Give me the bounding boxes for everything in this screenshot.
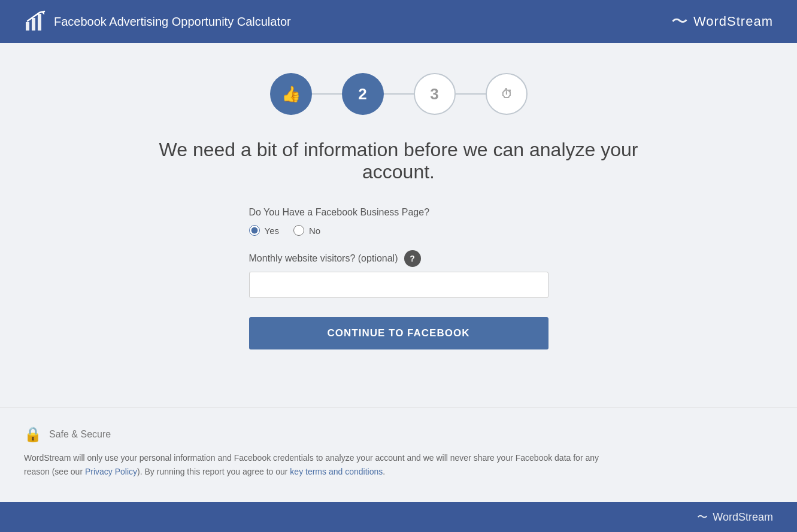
facebook-radio-group: Yes No <box>249 225 548 236</box>
footer-text-3: . <box>383 467 385 476</box>
privacy-policy-link[interactable]: Privacy Policy <box>85 467 137 476</box>
main-heading: We need a bit of information before we c… <box>159 139 638 183</box>
wordstream-logo: 〜 WordStream <box>671 10 773 33</box>
svg-rect-2 <box>38 14 41 31</box>
safe-secure-row: 🔒 Safe & Secure <box>24 426 773 443</box>
yes-radio-label[interactable]: Yes <box>249 225 279 236</box>
wordstream-label: WordStream <box>693 14 773 29</box>
svg-rect-1 <box>32 18 35 31</box>
bottom-wordstream-logo: 〜 WordStream <box>697 510 773 524</box>
header: Facebook Advertising Opportunity Calcula… <box>0 0 797 43</box>
facebook-question-label: Do You Have a Facebook Business Page? <box>249 207 548 218</box>
thumbs-up-icon: 👍 <box>281 85 301 104</box>
bottom-bar: 〜 WordStream <box>0 502 797 532</box>
continue-to-facebook-button[interactable]: CONTINUE TO FACEBOOK <box>249 317 548 349</box>
main-content: 👍 2 3 ⏱ We need a bit of information bef… <box>0 43 797 408</box>
step-3-label: 3 <box>430 85 438 104</box>
step-line-2-3 <box>384 93 414 95</box>
lock-icon: 🔒 <box>24 426 42 443</box>
facebook-question-group: Do You Have a Facebook Business Page? Ye… <box>249 207 548 236</box>
bottom-wave-icon: 〜 <box>697 510 708 524</box>
step-1-circle: 👍 <box>270 73 312 115</box>
terms-link[interactable]: key terms and conditions <box>290 467 383 476</box>
header-right: 〜 WordStream <box>671 10 773 33</box>
footer: 🔒 Safe & Secure WordStream will only use… <box>0 408 797 502</box>
visitors-help-icon[interactable]: ? <box>404 250 421 267</box>
yes-radio[interactable] <box>249 225 260 236</box>
visitors-input[interactable] <box>249 272 548 298</box>
step-line-1-2 <box>312 93 342 95</box>
no-radio-text: No <box>309 226 320 236</box>
step-2-label: 2 <box>358 85 366 104</box>
svg-rect-0 <box>26 22 29 31</box>
footer-description: WordStream will only use your personal i… <box>24 451 623 478</box>
bottom-wordstream-label: WordStream <box>713 511 773 524</box>
safe-secure-label: Safe & Secure <box>49 429 111 440</box>
form-container: Do You Have a Facebook Business Page? Ye… <box>249 207 548 349</box>
footer-text-2: ). By running this report you agree to o… <box>137 467 290 476</box>
steps-container: 👍 2 3 ⏱ <box>270 73 528 115</box>
header-title: Facebook Advertising Opportunity Calcula… <box>54 15 291 29</box>
step-3-circle: 3 <box>414 73 456 115</box>
app-logo-icon <box>24 10 47 33</box>
visitors-group: Monthly website visitors? (optional) ? <box>249 250 548 298</box>
header-left: Facebook Advertising Opportunity Calcula… <box>24 10 291 33</box>
no-radio-label[interactable]: No <box>293 225 320 236</box>
speedometer-icon: ⏱ <box>501 87 513 101</box>
step-2-circle: 2 <box>342 73 384 115</box>
step-4-circle: ⏱ <box>486 73 528 115</box>
visitors-label-row: Monthly website visitors? (optional) ? <box>249 250 548 267</box>
yes-radio-text: Yes <box>265 226 279 236</box>
visitors-label: Monthly website visitors? (optional) <box>249 253 398 264</box>
no-radio[interactable] <box>293 225 304 236</box>
step-line-3-4 <box>456 93 486 95</box>
wordstream-wave-icon: 〜 <box>671 10 689 33</box>
